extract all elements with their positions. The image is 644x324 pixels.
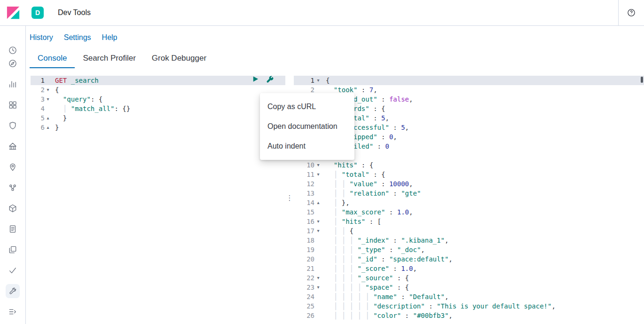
- space-badge[interactable]: D: [31, 7, 44, 19]
- sidebar-item-collapse[interactable]: [6, 305, 20, 318]
- send-request-button[interactable]: [251, 75, 259, 83]
- clock-icon: [8, 46, 17, 55]
- fold-open-icon[interactable]: ▾: [314, 160, 322, 170]
- code-line[interactable]: 4 │ "match_all": {}: [31, 104, 285, 113]
- sidebar-item-compass[interactable]: [6, 57, 20, 70]
- sidebar-item-wrench[interactable]: [6, 284, 20, 298]
- code-line[interactable]: 3▾ "query": {: [31, 95, 285, 104]
- fold-open-icon[interactable]: ▾: [314, 217, 322, 226]
- request-options-button[interactable]: [266, 75, 274, 83]
- code-text: │ "match_all": {}: [51, 104, 285, 113]
- line-number: 18: [294, 236, 314, 245]
- nav-link-history[interactable]: History: [30, 33, 53, 43]
- request-editor[interactable]: 1GET _search2▾{3▾ "query": {4 │ "match_a…: [31, 72, 285, 324]
- line-number: 10: [294, 160, 314, 170]
- code-text: │ │ "value" : 10000,: [322, 179, 644, 189]
- sidebar-item-cube[interactable]: [6, 202, 20, 215]
- fold-close-icon[interactable]: ▴: [45, 123, 51, 132]
- fold-open-icon[interactable]: ▾: [314, 170, 322, 179]
- code-text: │ },: [322, 198, 644, 207]
- menu-item-open-documentation[interactable]: Open documentation: [260, 117, 354, 136]
- nav-link-settings[interactable]: Settings: [64, 33, 91, 43]
- sidebar-item-layers[interactable]: [6, 243, 20, 256]
- sidebar-item-grid[interactable]: [6, 98, 20, 111]
- shield-icon: [8, 121, 17, 130]
- code-text: │ │ │ │ │ "color" : "#00bfb3",: [322, 311, 644, 320]
- line-number: 4: [31, 104, 45, 113]
- sidebar-item-document[interactable]: [6, 222, 20, 236]
- code-line: 20 │ │ │ "_id" : "space:default",: [294, 254, 644, 264]
- code-line: 10▾ "hits" : {: [294, 160, 644, 170]
- code-line[interactable]: 6▴}: [31, 123, 285, 132]
- nodes-icon: [8, 183, 17, 192]
- sidebar-item-clock[interactable]: [6, 44, 20, 57]
- code-text: │ "skipped" : 0,: [322, 132, 644, 142]
- code-line[interactable]: 5▴ }: [31, 113, 285, 123]
- code-line: 14▴ │ },: [294, 198, 644, 207]
- code-text: │ │ │ │ "space" : {: [322, 283, 644, 292]
- line-number: 1: [31, 76, 45, 85]
- code-line[interactable]: 2▾{: [31, 85, 285, 95]
- fold-open-icon[interactable]: ▾: [45, 85, 51, 95]
- fold-open-icon[interactable]: ▾: [314, 76, 322, 85]
- code-text: }: [51, 123, 285, 132]
- code-line: 24 │ │ │ │ │ "name" : "Default",: [294, 292, 644, 301]
- code-text: │ "successful" : 5,: [322, 123, 644, 132]
- fold-open-icon[interactable]: ▾: [314, 226, 322, 236]
- kibana-logo-icon: [6, 6, 20, 20]
- fold-spacer: [314, 301, 322, 311]
- cube-icon: [8, 204, 17, 213]
- code-text: │ "total" : {: [322, 170, 644, 179]
- code-text: │ "total" : 5,: [322, 113, 644, 123]
- code-line: 21 │ │ │ "_score" : 1.0,: [294, 264, 644, 273]
- help-button[interactable]: [618, 0, 644, 25]
- line-number: 15: [294, 207, 314, 217]
- fold-spacer: [314, 254, 322, 264]
- fold-close-icon[interactable]: ▴: [45, 113, 51, 123]
- line-number: 19: [294, 245, 314, 254]
- layers-icon: [8, 245, 17, 254]
- menu-item-copy-as-curl[interactable]: Copy as cURL: [260, 97, 354, 117]
- play-icon: [252, 75, 259, 83]
- sidebar-item-check[interactable]: [6, 264, 20, 277]
- devtools-tabs: ConsoleSearch ProfilerGrok Debugger: [26, 49, 644, 68]
- sidebar: [0, 25, 26, 324]
- sidebar-item-building[interactable]: [6, 140, 20, 153]
- code-text: │ │ │ "_score" : 1.0,: [322, 264, 644, 273]
- sidebar-item-shield[interactable]: [6, 119, 20, 132]
- tab-console[interactable]: Console: [30, 49, 75, 68]
- request-options-menu: Copy as cURLOpen documentationAuto inden…: [260, 93, 354, 160]
- document-icon: [8, 224, 17, 234]
- tab-grok-debugger[interactable]: Grok Debugger: [144, 49, 214, 68]
- line-number: 25: [294, 301, 314, 311]
- response-scrollbar-thumb[interactable]: [641, 77, 643, 83]
- code-text: │ │ {: [322, 226, 644, 236]
- code-text: │ │ │ │ │ "name" : "Default",: [322, 292, 644, 301]
- page-title: Dev Tools: [58, 8, 91, 17]
- menu-item-auto-indent[interactable]: Auto indent: [260, 136, 354, 156]
- help-icon: [627, 8, 636, 17]
- fold-open-icon[interactable]: ▾: [45, 95, 51, 104]
- sidebar-item-map-pin[interactable]: [6, 160, 20, 174]
- kibana-logo[interactable]: [0, 0, 26, 25]
- code-text: GET _search: [51, 76, 285, 85]
- console-wrench-icon: [266, 75, 274, 83]
- code-line[interactable]: 1GET _search: [31, 76, 285, 85]
- fold-open-icon[interactable]: ▾: [314, 283, 322, 292]
- top-bar: D Dev Tools: [0, 0, 644, 26]
- fold-spacer: [314, 292, 322, 301]
- code-text: │ "hits" : [: [322, 217, 644, 226]
- code-text: "_shards" : {: [322, 104, 644, 113]
- fold-open-icon[interactable]: ▾: [314, 273, 322, 283]
- sidebar-item-bar-chart[interactable]: [6, 78, 20, 91]
- code-line: 1▾{: [294, 76, 644, 85]
- console-nav: HistorySettingsHelp: [26, 25, 644, 43]
- line-number: 12: [294, 179, 314, 189]
- fold-spacer: [45, 104, 51, 113]
- fold-close-icon[interactable]: ▴: [314, 198, 322, 207]
- tab-search-profiler[interactable]: Search Profiler: [75, 49, 143, 68]
- code-line: 19 │ │ │ "_type" : "_doc",: [294, 245, 644, 254]
- sidebar-item-nodes[interactable]: [6, 181, 20, 194]
- code-text: │ │ │ "_id" : "space:default",: [322, 254, 644, 264]
- nav-link-help[interactable]: Help: [102, 33, 118, 43]
